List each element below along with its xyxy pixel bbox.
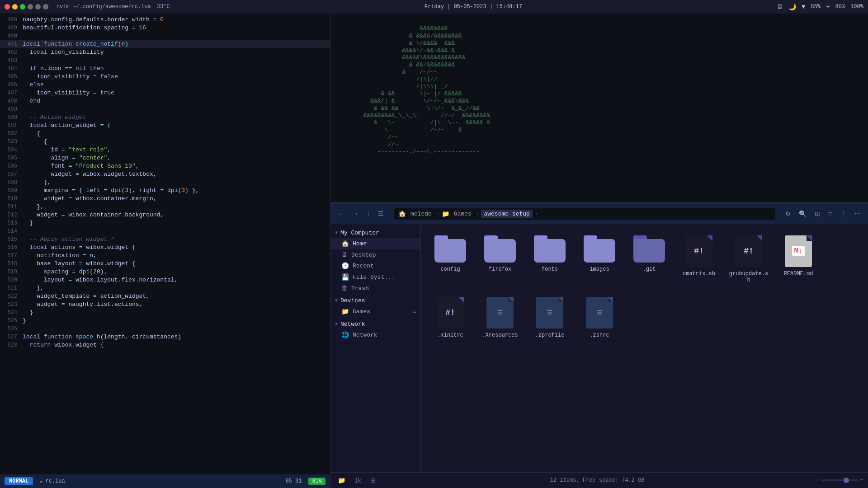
file-item-xresources[interactable]: ≡ .Xresources bbox=[477, 292, 523, 343]
line-num-513: 513 bbox=[2, 219, 23, 227]
line-content-512: widget = wibox.container.background, bbox=[23, 211, 164, 219]
file-name-cmatrix: cmatrix.sh bbox=[683, 271, 715, 277]
minimize-dot[interactable] bbox=[12, 4, 18, 9]
zoom-minus-icon: − bbox=[816, 477, 820, 483]
line-content-499 bbox=[23, 105, 26, 113]
file-item-firefox[interactable]: firefox bbox=[477, 231, 523, 288]
text-icon-zprofile: ≡ bbox=[536, 297, 563, 328]
properties-button[interactable]: ⊞ bbox=[368, 475, 378, 485]
status-right: 65 31 81% bbox=[285, 478, 326, 485]
file-name-readme: README.md bbox=[784, 271, 813, 277]
file-item-images[interactable]: images bbox=[577, 231, 622, 288]
sidebar-network-header[interactable]: ▼ Network bbox=[330, 319, 420, 329]
file-name-images: images bbox=[590, 266, 609, 272]
line-num-518: 518 bbox=[2, 260, 23, 268]
code-line-499: 499 bbox=[0, 105, 330, 113]
games-label: Games bbox=[353, 308, 370, 315]
fm-status-info: 12 items, Free space: 74.2 GB bbox=[550, 477, 645, 483]
desktop-icon: 🖥 bbox=[341, 251, 348, 258]
up-button[interactable]: ↑ bbox=[364, 208, 373, 219]
line-num-526: 526 bbox=[2, 325, 23, 333]
breadcrumb-games[interactable]: Games bbox=[451, 210, 474, 218]
back-button[interactable]: ← bbox=[335, 208, 347, 219]
topbar-icon3: ▼ bbox=[802, 3, 805, 10]
file-item-git[interactable]: .git bbox=[627, 231, 672, 288]
zoom-slider[interactable] bbox=[822, 479, 858, 481]
more-button[interactable]: ⋯ bbox=[852, 208, 863, 219]
sidebar-item-desktop[interactable]: 🖥 Desktop bbox=[330, 249, 420, 260]
line-num-504: 504 bbox=[2, 146, 23, 154]
code-line-526: 526 bbox=[0, 325, 330, 333]
eject-button[interactable]: ⏏ bbox=[413, 308, 416, 315]
folder-icon-git bbox=[633, 235, 665, 263]
sidebar-mycomputer-header[interactable]: ▼ My Computer bbox=[330, 228, 420, 238]
file-item-readme[interactable]: M↓ README.md bbox=[776, 231, 821, 288]
maximize-dot[interactable] bbox=[20, 4, 25, 9]
code-line-522: 522 widget_template = action_widget, bbox=[0, 292, 330, 300]
new-folder-button[interactable]: 📁 bbox=[335, 475, 348, 485]
breadcrumb-awesome[interactable]: awesome-setup bbox=[481, 210, 532, 218]
file-item-xinitrc[interactable]: #! .xinitrc bbox=[428, 292, 473, 343]
code-line-492: 492 local icon_visibility bbox=[0, 48, 330, 56]
fm-statusbar: 📁 1k ⊞ 12 items, Free space: 74.2 GB − + bbox=[330, 472, 868, 488]
line-content-502: { bbox=[23, 130, 40, 138]
line-num-525: 525 bbox=[2, 317, 23, 325]
sidebar-item-trash[interactable]: 🗑 Trash bbox=[330, 283, 420, 294]
sidebar-item-network[interactable]: 🌐 Network bbox=[330, 329, 420, 341]
grid-view-button[interactable]: ⊞ bbox=[812, 208, 823, 219]
file-item-cmatrix[interactable]: #! cmatrix.sh bbox=[676, 231, 722, 288]
file-item-config[interactable]: config bbox=[428, 231, 473, 288]
code-editor[interactable]: 488 naughty.config.defaults.border_width… bbox=[0, 14, 330, 474]
line-num-510: 510 bbox=[2, 195, 23, 203]
network-label: Network bbox=[353, 332, 377, 338]
line-num-489: 489 bbox=[2, 24, 23, 32]
sidebar-devices-header[interactable]: ▼ Devices bbox=[330, 296, 420, 306]
line-num-502: 502 bbox=[2, 130, 23, 138]
sidebar-item-games[interactable]: 📁 Games ⏏ bbox=[330, 306, 420, 317]
code-line-491: 491 local function create_notif(n) bbox=[0, 40, 330, 48]
file-item-zshrc[interactable]: ≡ .zshrc bbox=[577, 292, 622, 343]
breadcrumb-meledo[interactable]: meledo bbox=[408, 210, 434, 218]
code-line-516: 516 local actions = wibox.widget { bbox=[0, 244, 330, 252]
menu-button[interactable]: ☰ bbox=[375, 208, 387, 219]
sort-button[interactable]: ⋮ bbox=[837, 208, 849, 219]
line-content-491: local function create_notif(n) bbox=[23, 40, 128, 48]
line-content-517: notification = n, bbox=[23, 252, 97, 260]
code-line-510: 510 widget = wibox.container.margin, bbox=[0, 195, 330, 203]
line-num-528: 528 bbox=[2, 341, 23, 349]
topbar-left: nvim ~/.config/awesome/rc.lua 33°C bbox=[5, 4, 170, 10]
line-content-506: font = "Product Sans 10", bbox=[23, 162, 139, 170]
code-line-511: 511 }, bbox=[0, 203, 330, 211]
topbar-sun-icon: ☀ bbox=[826, 3, 830, 11]
zoom-plus-icon: + bbox=[860, 477, 863, 483]
sidebar-item-recent[interactable]: 🕐 Recent bbox=[330, 260, 420, 272]
filesystem-icon: 💾 bbox=[341, 273, 349, 281]
code-line-490: 490 bbox=[0, 32, 330, 40]
topbar-icon1: 🖥 bbox=[777, 3, 783, 10]
code-line-505: 505 align = "center", bbox=[0, 154, 330, 162]
file-name-zshrc: .zshrc bbox=[590, 332, 609, 338]
file-item-grubupdate[interactable]: #! grubupdate.sh bbox=[726, 231, 771, 288]
close-dot[interactable] bbox=[5, 4, 10, 9]
refresh-button[interactable]: ↻ bbox=[783, 208, 793, 219]
line-content-516: local actions = wibox.widget { bbox=[23, 244, 136, 252]
fm-toolbar-right: ↻ 🔍 ⊞ ≡ ⋮ ⋯ bbox=[783, 208, 863, 219]
sidebar-item-filesystem[interactable]: 💾 File Syst... bbox=[330, 272, 420, 283]
folder-icon-fonts bbox=[534, 235, 566, 263]
folder-icon-config bbox=[434, 235, 466, 263]
line-content-493 bbox=[23, 56, 26, 65]
line-content-507: widget = wibox.widget.textbox, bbox=[23, 170, 157, 178]
file-item-zprofile[interactable]: ≡ .zprofile bbox=[527, 292, 572, 343]
home-icon: 🏠 bbox=[398, 210, 406, 218]
code-line-525: 525 } bbox=[0, 317, 330, 325]
sidebar-item-home[interactable]: 🏠 Home bbox=[330, 238, 420, 249]
zoom-in-button[interactable]: 1k bbox=[352, 475, 364, 485]
line-content-521: }, bbox=[23, 284, 44, 292]
search-button[interactable]: 🔍 bbox=[796, 208, 809, 219]
text-icon-xresources: ≡ bbox=[486, 297, 514, 328]
list-view-button[interactable]: ≡ bbox=[826, 208, 835, 219]
topbar: nvim ~/.config/awesome/rc.lua 33°C Frida… bbox=[0, 0, 868, 14]
forward-button[interactable]: → bbox=[349, 208, 361, 219]
file-item-fonts[interactable]: fonts bbox=[527, 231, 572, 288]
folder-icon-images bbox=[584, 235, 615, 263]
